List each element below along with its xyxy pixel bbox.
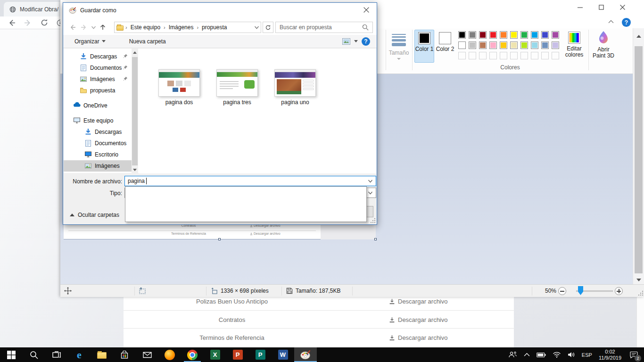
taskbar-icon-powerpoint[interactable]: P xyxy=(226,347,249,362)
volume-icon[interactable] xyxy=(568,352,575,358)
palette-color-swatch[interactable] xyxy=(552,41,559,49)
scroll-up-icon[interactable] xyxy=(133,51,137,54)
language-indicator[interactable]: ESP xyxy=(582,352,592,358)
scrollbar-thumb[interactable] xyxy=(635,46,643,273)
new-folder-button[interactable]: Nueva carpeta xyxy=(124,35,171,48)
dialog-close-button[interactable] xyxy=(355,3,377,17)
zoom-slider-thumb[interactable] xyxy=(578,286,583,295)
palette-color-swatch[interactable] xyxy=(489,41,497,49)
palette-color-swatch[interactable] xyxy=(510,52,518,59)
chevron-down-icon[interactable] xyxy=(368,180,376,183)
clock[interactable]: 0:02 11/9/2019 xyxy=(599,349,621,361)
recent-locations-icon[interactable] xyxy=(90,22,97,33)
color1-button[interactable]: Color 1 xyxy=(414,30,434,63)
back-icon[interactable] xyxy=(8,19,16,27)
refresh-button[interactable] xyxy=(263,22,273,33)
palette-color-swatch[interactable] xyxy=(458,52,466,59)
palette-color-swatch[interactable] xyxy=(541,52,549,59)
filename-autocomplete-panel[interactable] xyxy=(125,186,367,222)
collapse-ribbon-icon[interactable] xyxy=(608,19,614,24)
sidebar-item-este-equipo[interactable]: Este equipo xyxy=(64,115,132,126)
file-item-pagina-tres[interactable]: pagina tres xyxy=(209,69,265,106)
help-icon[interactable]: ? xyxy=(362,37,370,46)
dialog-resize-grip[interactable] xyxy=(370,218,375,223)
taskbar-icon-store[interactable] xyxy=(113,347,136,362)
taskbar-icon-search[interactable] xyxy=(23,347,45,362)
download-link[interactable]: Descargar archivo xyxy=(389,311,448,329)
palette-color-swatch[interactable] xyxy=(479,52,487,59)
palette-color-swatch[interactable] xyxy=(552,52,559,59)
taskbar-icon-task-view[interactable] xyxy=(45,347,68,362)
up-icon[interactable] xyxy=(97,22,108,33)
sidebar-item-imagenes[interactable]: Imágenes xyxy=(64,74,132,85)
taskbar-icon-word[interactable]: W xyxy=(272,347,294,362)
chevron-down-icon[interactable] xyxy=(354,40,358,42)
zoom-out-button[interactable] xyxy=(558,287,566,295)
scrollbar-thumb[interactable] xyxy=(132,57,138,165)
palette-color-swatch[interactable] xyxy=(552,31,559,39)
wifi-icon[interactable] xyxy=(553,352,561,358)
sidebar-item-onedrive[interactable]: OneDrive xyxy=(64,100,132,111)
palette-color-swatch[interactable] xyxy=(541,31,549,39)
open-paint3d-button[interactable]: Abrir Paint 3D xyxy=(590,30,617,63)
taskbar-icon-chrome[interactable] xyxy=(181,347,204,362)
palette-color-swatch[interactable] xyxy=(469,31,476,39)
taskbar-icon-publisher[interactable]: P xyxy=(249,347,272,362)
chevron-up-icon[interactable] xyxy=(524,353,530,357)
sidebar-item-propuesta[interactable]: propuesta xyxy=(64,85,132,96)
palette-color-swatch[interactable] xyxy=(531,52,538,59)
palette-color-swatch[interactable] xyxy=(469,52,476,59)
scroll-up-icon[interactable] xyxy=(636,35,641,38)
palette-color-swatch[interactable] xyxy=(479,41,487,49)
sidebar-item-escritorio[interactable]: Escritorio xyxy=(64,149,132,160)
taskbar-icon-excel[interactable]: X xyxy=(204,347,226,362)
sidebar-item-documentos[interactable]: Documentos xyxy=(64,62,132,74)
breadcrumb[interactable]: › Este equipo› Imágenes› propuesta xyxy=(114,22,261,33)
people-icon[interactable] xyxy=(508,351,517,359)
views-icon[interactable] xyxy=(342,38,350,45)
palette-color-swatch[interactable] xyxy=(469,41,476,49)
maximize-button[interactable] xyxy=(591,0,612,15)
zoom-in-button[interactable] xyxy=(615,287,623,295)
canvas-resize-handle[interactable] xyxy=(218,238,221,240)
close-button[interactable] xyxy=(612,0,633,15)
palette-color-swatch[interactable] xyxy=(489,52,497,59)
palette-color-swatch[interactable] xyxy=(520,31,528,39)
reload-icon[interactable] xyxy=(41,19,48,26)
file-item-pagina-uno[interactable]: pagina uno xyxy=(267,69,323,106)
forward-icon[interactable] xyxy=(24,19,32,27)
palette-color-swatch[interactable] xyxy=(458,31,466,39)
taskbar-icon-paint[interactable] xyxy=(294,347,317,362)
taskbar-icon-start[interactable] xyxy=(0,347,23,362)
palette-color-swatch[interactable] xyxy=(489,31,497,39)
back-icon[interactable] xyxy=(67,22,78,33)
palette-color-swatch[interactable] xyxy=(531,31,538,39)
canvas-scrollbar[interactable] xyxy=(633,28,644,284)
chevron-down-icon[interactable] xyxy=(255,26,259,29)
download-link[interactable]: Descargar archivo xyxy=(389,329,448,346)
file-item-pagina-dos[interactable]: pagina dos xyxy=(151,69,207,106)
sidebar-item-documentos[interactable]: Documentos xyxy=(64,138,132,149)
taskbar-icon-edge[interactable]: e xyxy=(68,347,91,362)
palette-color-swatch[interactable] xyxy=(541,41,549,49)
palette-color-swatch[interactable] xyxy=(520,41,528,49)
scroll-down-icon[interactable] xyxy=(636,279,641,281)
organize-button[interactable]: Organizar xyxy=(70,35,110,48)
search-input[interactable]: Buscar en propuesta xyxy=(275,22,373,33)
palette-color-swatch[interactable] xyxy=(458,41,466,49)
navigation-scrollbar[interactable] xyxy=(132,49,138,173)
taskbar-icon-file-explorer[interactable] xyxy=(91,347,113,362)
breadcrumb-item-propuesta[interactable]: propuesta xyxy=(200,24,228,31)
palette-color-swatch[interactable] xyxy=(479,31,487,39)
action-center-icon[interactable]: 2 xyxy=(628,349,639,361)
canvas-resize-handle[interactable] xyxy=(374,238,377,240)
help-icon[interactable]: ? xyxy=(622,18,631,27)
minimize-button[interactable] xyxy=(570,0,591,15)
battery-icon[interactable] xyxy=(537,352,546,358)
size-button[interactable]: Tamaño xyxy=(388,30,409,61)
breadcrumb-item-este-equipo[interactable]: Este equipo xyxy=(129,24,162,31)
palette-color-swatch[interactable] xyxy=(510,31,518,39)
palette-color-swatch[interactable] xyxy=(500,31,507,39)
sidebar-item-descargas[interactable]: Descargas xyxy=(64,126,132,138)
forward-icon[interactable] xyxy=(78,22,90,33)
